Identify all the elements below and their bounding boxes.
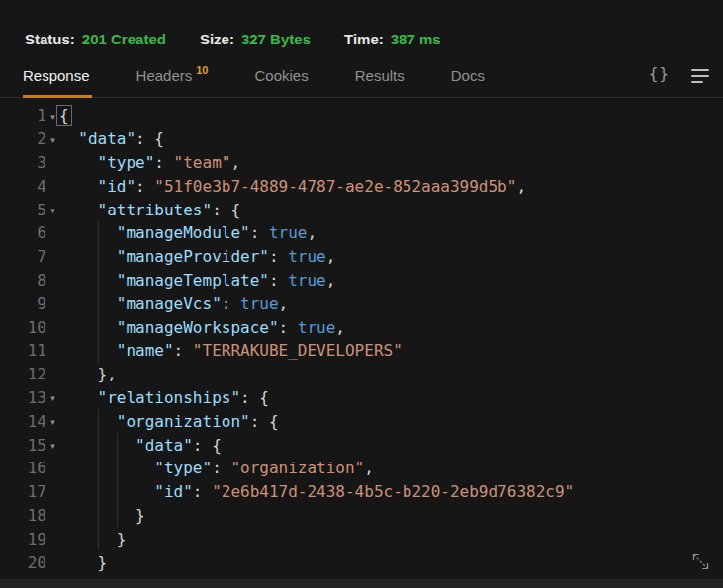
token: "id" <box>98 177 136 196</box>
line-number: 12 <box>0 365 46 383</box>
tab-label: Results <box>355 67 405 84</box>
tab-docs[interactable]: Docs <box>451 67 485 97</box>
indent-guide <box>98 480 99 504</box>
code-line[interactable]: 20} <box>0 550 723 574</box>
fold-chevron-icon[interactable]: ▾ <box>46 415 59 427</box>
code-line[interactable]: 18} <box>0 504 723 528</box>
token: "organization" <box>117 412 250 431</box>
tab-label: Headers <box>136 67 193 84</box>
token: true <box>288 247 326 266</box>
code-line[interactable]: 15▾"data": { <box>0 433 723 457</box>
token: "team" <box>174 153 231 172</box>
code-line[interactable]: 4"id": "51f0e3b7-4889-4787-ae2e-852aaa39… <box>0 174 723 198</box>
token: : <box>174 341 193 360</box>
code-line[interactable]: 8"manageTemplate": true, <box>0 269 723 293</box>
code-text: { <box>59 106 69 125</box>
code-line[interactable]: 1▾{ <box>0 104 723 127</box>
token: true <box>298 318 336 337</box>
code-text: } <box>59 553 107 572</box>
line-number: 11 <box>0 341 46 360</box>
code-line[interactable]: 3"type": "team", <box>0 151 723 175</box>
fold-chevron-icon[interactable]: ▾ <box>46 133 59 145</box>
token: , <box>335 318 345 337</box>
token: , <box>516 177 526 196</box>
token: "2e6b417d-2438-4b5c-b220-2eb9d76382c9" <box>212 482 574 501</box>
indent-guide <box>98 527 99 550</box>
code-line[interactable]: 16"type": "organization", <box>0 457 723 480</box>
code-line[interactable]: 17"id": "2e6b417d-2438-4b5c-b220-2eb9d76… <box>0 480 723 504</box>
token: : <box>212 459 230 477</box>
fold-gutter-empty <box>46 256 59 258</box>
code-line[interactable]: 10"manageWorkspace": true, <box>0 315 723 339</box>
fold-chevron-icon[interactable]: ▾ <box>46 391 59 403</box>
tab-cookies[interactable]: Cookies <box>255 67 309 97</box>
indent-guide <box>98 245 99 269</box>
expand-resize-icon[interactable] <box>689 550 712 573</box>
line-number: 16 <box>0 459 46 477</box>
fold-chevron-icon[interactable]: ▾ <box>46 439 59 451</box>
code-line[interactable]: 7"manageProvider": true, <box>0 245 723 269</box>
fold-gutter-empty <box>46 185 59 187</box>
fold-gutter-empty <box>46 491 59 493</box>
bracket-match-highlight: { <box>56 105 72 126</box>
token: "51f0e3b7-4889-4787-ae2e-852aaa399d5b" <box>154 177 516 196</box>
code-line[interactable]: 19} <box>0 527 723 550</box>
fold-chevron-icon[interactable]: ▾ <box>46 204 59 215</box>
format-json-braces-icon[interactable]: {} <box>649 64 670 83</box>
line-number: 4 <box>0 177 46 196</box>
line-content: "data": { <box>59 433 723 457</box>
token: "relationships" <box>98 388 241 407</box>
token: "data" <box>136 436 193 455</box>
token: } <box>136 506 145 525</box>
token: , <box>279 294 289 313</box>
token: : <box>222 294 240 313</box>
status-stat-time: Time:387 ms <box>344 31 441 47</box>
line-content: "attributes": { <box>59 198 723 221</box>
code-text: "id": "51f0e3b7-4889-4787-ae2e-852aaa399… <box>59 177 526 196</box>
tab-label: Response <box>23 67 90 84</box>
indent-guide <box>98 504 99 528</box>
indent-guide <box>98 315 99 339</box>
tab-results[interactable]: Results <box>355 67 405 97</box>
code-text: "manageProvider": true, <box>59 247 335 266</box>
token: : <box>269 271 288 290</box>
line-number: 10 <box>0 318 46 337</box>
response-body-editor[interactable]: 1▾{2▾"data": {3"type": "team",4"id": "51… <box>0 98 723 574</box>
line-content: "manageModule": true, <box>59 221 723 245</box>
token: "organization" <box>230 459 364 477</box>
menu-lines-icon[interactable] <box>691 65 709 83</box>
code-text: } <box>59 506 145 525</box>
line-content: "organization": { <box>59 409 723 433</box>
fold-gutter-empty <box>46 538 59 540</box>
panel-bottom-edge <box>0 579 723 588</box>
token: , <box>307 223 316 242</box>
code-text: "manageVcs": true, <box>59 294 288 313</box>
tab-label: Docs <box>451 67 485 84</box>
line-content: "manageTemplate": true, <box>59 269 723 293</box>
code-text: "manageWorkspace": true, <box>59 318 345 337</box>
code-line[interactable]: 11"name": "TERRAKUBE_DEVELOPERS" <box>0 339 723 363</box>
code-line[interactable]: 2▾"data": { <box>0 127 723 151</box>
line-content: "relationships": { <box>59 386 723 410</box>
token: "manageModule" <box>117 223 250 242</box>
code-text: "relationships": { <box>59 388 269 407</box>
tab-headers[interactable]: Headers10 <box>136 65 209 97</box>
tab-count-badge: 10 <box>196 64 208 76</box>
token: , <box>364 459 374 477</box>
tab-response[interactable]: Response <box>23 67 90 97</box>
indent-guide <box>98 292 99 315</box>
tab-label: Cookies <box>255 67 309 84</box>
token: : <box>136 177 154 196</box>
line-content: "name": "TERRAKUBE_DEVELOPERS" <box>59 339 723 363</box>
token: true <box>240 294 279 313</box>
code-line[interactable]: 13▾"relationships": { <box>0 386 723 410</box>
fold-gutter-empty <box>46 232 59 234</box>
code-line[interactable]: 12}, <box>0 363 723 386</box>
token: , <box>230 153 240 172</box>
token: : { <box>136 129 164 148</box>
code-line[interactable]: 5▾"attributes": { <box>0 198 723 221</box>
code-line[interactable]: 9"manageVcs": true, <box>0 292 723 315</box>
code-line[interactable]: 14▾"organization": { <box>0 409 723 433</box>
stat-label: Status: <box>25 31 75 47</box>
code-line[interactable]: 6"manageModule": true, <box>0 221 723 245</box>
